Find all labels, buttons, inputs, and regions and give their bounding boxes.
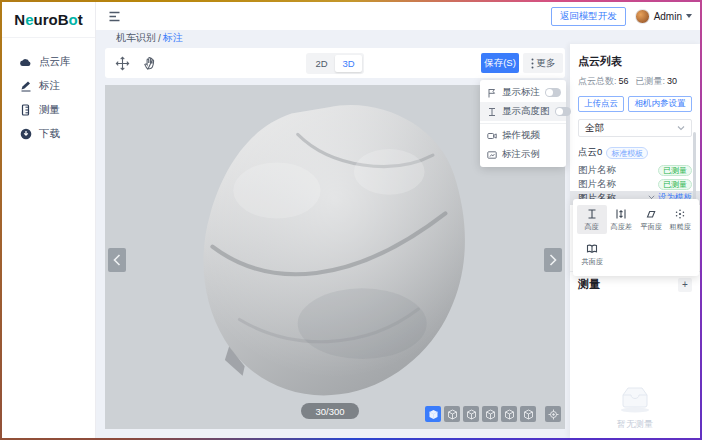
- measured-badge: 已测量: [658, 165, 692, 176]
- cube-icon: [466, 409, 477, 420]
- user-menu[interactable]: Admin: [635, 9, 692, 24]
- prev-image-button[interactable]: [108, 248, 126, 272]
- tooth-3d-model: [175, 99, 487, 411]
- panel-actions: 上传点云 相机内参设置: [578, 96, 692, 112]
- image-list-item[interactable]: 图片名称 已测量: [570, 177, 700, 191]
- height-difference-icon: [615, 208, 627, 220]
- menu-item-annotation-example[interactable]: 标注示例: [480, 145, 566, 164]
- sidebar-item-label: 点云库: [39, 55, 71, 69]
- cube-icon: [523, 409, 534, 420]
- add-measure-button[interactable]: +: [678, 278, 692, 292]
- menu-item-label: 操作视频: [502, 129, 559, 142]
- chevron-left-icon: [113, 254, 121, 266]
- mode-2d-button[interactable]: 2D: [308, 55, 335, 72]
- dimension-toggle: 2D 3D: [306, 53, 364, 74]
- stat-measured: 已测量:30: [636, 75, 678, 88]
- tool-flatness[interactable]: 平面度: [636, 205, 666, 234]
- menu-item-label: 标注示例: [502, 148, 559, 161]
- upload-pointcloud-button[interactable]: 上传点云: [578, 96, 624, 112]
- coplanarity-icon: [586, 243, 598, 255]
- breadcrumb-separator: /: [158, 33, 161, 44]
- chevron-down-icon: [686, 14, 692, 18]
- measure-tools-grid: 高度 高度差 平面度 粗糙度 共面度: [577, 205, 695, 269]
- back-to-model-dev-button[interactable]: 返回模型开发: [551, 7, 626, 26]
- camera-params-button[interactable]: 相机内参设置: [628, 96, 692, 112]
- roughness-icon: [674, 208, 686, 220]
- stat-total: 点云总数:56: [578, 75, 629, 88]
- sidebar-item-label: 测量: [39, 103, 60, 117]
- pen-icon: [20, 80, 32, 92]
- gear-letter-icon: e: [25, 11, 33, 28]
- download-icon: [20, 128, 32, 140]
- tool-height-difference[interactable]: 高度差: [607, 205, 637, 234]
- menu-item-label: 显示标注: [502, 86, 540, 99]
- view-iso-button[interactable]: [425, 406, 441, 422]
- collapse-sidebar-button[interactable]: [108, 10, 121, 23]
- app-window: NeuroBot 点云库 标注 测量 下载 返回模型开发: [2, 2, 700, 438]
- show-annotations-toggle[interactable]: [545, 88, 561, 97]
- measure-section-header: 测量 +: [578, 277, 692, 292]
- view-left-button[interactable]: [482, 406, 498, 422]
- cube-icon: [485, 409, 496, 420]
- stat-total-value: 56: [619, 76, 629, 86]
- next-image-button[interactable]: [544, 248, 562, 272]
- chevron-right-icon: [549, 254, 557, 266]
- save-button[interactable]: 保存(S): [481, 53, 519, 73]
- tool-coplanarity[interactable]: 共面度: [577, 240, 607, 269]
- sidebar-item-annotate[interactable]: 标注: [2, 74, 95, 98]
- sidebar-item-label: 标注: [39, 79, 60, 93]
- stat-measured-label: 已测量:: [636, 76, 666, 86]
- sidebar-item-download[interactable]: 下载: [2, 122, 95, 146]
- menu-divider: [480, 123, 566, 124]
- menu-item-show-annotations[interactable]: 显示标注: [480, 83, 566, 102]
- tool-height[interactable]: 高度: [577, 205, 607, 234]
- app-logo: NeuroBot: [2, 2, 95, 38]
- gear-letter-icon: o: [69, 11, 78, 28]
- stat-measured-value: 30: [667, 76, 677, 86]
- view-right-button[interactable]: [501, 406, 517, 422]
- measured-badge: 已测量: [658, 179, 692, 190]
- more-button[interactable]: 更多: [523, 53, 563, 73]
- tool-label: 高度差: [611, 222, 632, 232]
- breadcrumb-current: 标注: [163, 31, 183, 45]
- view-back-button[interactable]: [463, 406, 479, 422]
- view-front-button[interactable]: [444, 406, 460, 422]
- hand-tool-icon[interactable]: [143, 56, 158, 71]
- breadcrumb-section[interactable]: 机车识别: [116, 31, 156, 45]
- image-list-item[interactable]: 图片名称 已测量: [570, 163, 700, 177]
- filter-select[interactable]: 全部: [578, 119, 692, 137]
- recenter-button[interactable]: [545, 406, 561, 422]
- screenshot-frame: NeuroBot 点云库 标注 测量 下载 返回模型开发: [0, 0, 702, 440]
- logo-text: t: [78, 11, 83, 28]
- canvas-toolbar: 2D 3D 保存(S) 更多: [105, 48, 565, 78]
- tool-label: 粗糙度: [670, 222, 691, 232]
- empty-inbox-icon: [616, 382, 654, 414]
- video-icon: [487, 131, 497, 141]
- show-heightmap-toggle[interactable]: [555, 107, 571, 116]
- view-top-button[interactable]: [520, 406, 536, 422]
- menu-item-tutorial-video[interactable]: 操作视频: [480, 126, 566, 145]
- panel-scrollbar[interactable]: [693, 132, 696, 206]
- flag-icon: [487, 88, 497, 98]
- vertical-dots-icon: [531, 58, 534, 69]
- mode-3d-button[interactable]: 3D: [335, 55, 362, 72]
- empty-state-text: 暂无测量: [617, 418, 653, 431]
- sidebar-item-label: 下载: [39, 127, 60, 141]
- logo-text: N: [14, 11, 25, 28]
- cube-icon: [504, 409, 515, 420]
- menu-item-show-heightmap[interactable]: 显示高度图: [480, 102, 566, 121]
- more-dropdown-menu: 显示标注 显示高度图 操作视频 标注示例: [480, 80, 566, 167]
- move-tool-icon[interactable]: [115, 56, 130, 71]
- topbar: 返回模型开发 Admin: [96, 2, 700, 30]
- sidebar-item-measure[interactable]: 测量: [2, 98, 95, 122]
- ruler-icon: [20, 104, 32, 116]
- avatar: [635, 9, 650, 24]
- tool-roughness[interactable]: 粗糙度: [666, 205, 696, 234]
- pointcloud-group-row[interactable]: 点云0 标准模板: [578, 146, 692, 159]
- sidebar: NeuroBot 点云库 标注 测量 下载: [2, 2, 96, 438]
- cloud-icon: [20, 56, 32, 68]
- sidebar-item-pointcloud-library[interactable]: 点云库: [2, 50, 95, 74]
- tool-label: 平面度: [640, 222, 661, 232]
- image-frame-icon: [487, 150, 497, 160]
- logo-text: uroB: [34, 11, 69, 28]
